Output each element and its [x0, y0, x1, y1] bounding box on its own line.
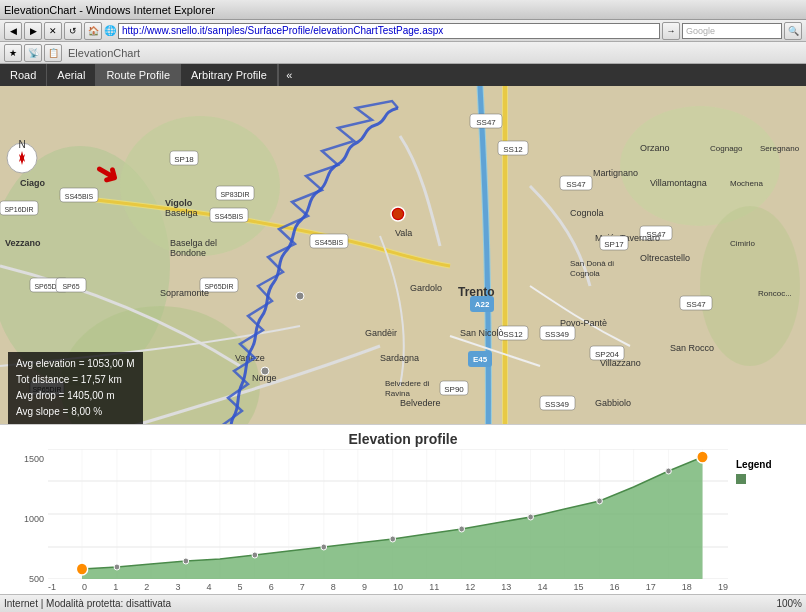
svg-text:Martignano: Martignano [593, 168, 638, 178]
go-button[interactable]: → [662, 22, 680, 40]
svg-point-100 [393, 209, 403, 219]
svg-text:SS47: SS47 [476, 118, 496, 127]
x-label: 12 [465, 582, 475, 592]
search-bar[interactable]: Google [682, 23, 782, 39]
svg-text:SP18: SP18 [174, 155, 194, 164]
svg-point-142 [697, 451, 708, 463]
svg-point-98 [296, 292, 304, 300]
svg-text:SS45BIS: SS45BIS [215, 213, 244, 220]
tab-route-profile[interactable]: Route Profile [96, 64, 181, 86]
browser-titlebar: ElevationChart - Windows Internet Explor… [0, 0, 806, 20]
x-label: 7 [300, 582, 305, 592]
svg-text:SS45BIS: SS45BIS [315, 239, 344, 246]
svg-text:Vezzano: Vezzano [5, 238, 41, 248]
status-text: Internet | Modalità protetta: disattivat… [4, 598, 776, 609]
tot-distance-stat: Tot distance = 17,57 km [16, 372, 135, 388]
svg-text:Vigolo: Vigolo [165, 198, 193, 208]
elevation-title: Elevation profile [0, 425, 806, 449]
svg-text:San Nicolò: San Nicolò [460, 328, 504, 338]
svg-text:SP65: SP65 [62, 283, 79, 290]
elevation-logo: ElevationChart [68, 47, 140, 59]
tab-arbitrary-profile[interactable]: Arbitrary Profile [181, 64, 278, 86]
x-label: 2 [144, 582, 149, 592]
history-button[interactable]: 📋 [44, 44, 62, 62]
chart-area: -1 0 1 2 3 4 5 6 7 8 9 10 11 12 13 14 15… [48, 449, 728, 599]
y-label-1000: 1000 [24, 514, 44, 524]
svg-text:Baselga del: Baselga del [170, 238, 217, 248]
x-label: 18 [682, 582, 692, 592]
svg-text:Gandèir: Gandèir [365, 328, 397, 338]
refresh-button[interactable]: ↺ [64, 22, 82, 40]
x-label: 14 [537, 582, 547, 592]
x-label: 1 [113, 582, 118, 592]
browser-title: ElevationChart - Windows Internet Explor… [4, 4, 215, 16]
avg-slope-stat: Avg slope = 8,00 % [16, 404, 135, 420]
svg-text:Belvedere: Belvedere [400, 398, 441, 408]
svg-text:San Rocco: San Rocco [670, 343, 714, 353]
svg-text:Roncoc...: Roncoc... [758, 289, 792, 298]
home-button[interactable]: 🏠 [84, 22, 102, 40]
svg-text:Oltrecastello: Oltrecastello [640, 253, 690, 263]
tabs-more-button[interactable]: « [278, 64, 300, 86]
elevation-panel: Elevation profile 1500 1000 500 [0, 424, 806, 612]
svg-point-134 [252, 552, 258, 558]
forward-button[interactable]: ▶ [24, 22, 42, 40]
address-bar[interactable]: http://www.snello.it/samples/SurfaceProf… [118, 23, 660, 39]
x-label: -1 [48, 582, 56, 592]
tab-aerial[interactable]: Aerial [47, 64, 96, 86]
x-label: 11 [429, 582, 439, 592]
legend-title: Legend [736, 459, 798, 470]
svg-point-141 [76, 563, 87, 575]
address-text: http://www.snello.it/samples/SurfaceProf… [122, 25, 443, 36]
svg-text:Sopramonte: Sopramonte [160, 288, 209, 298]
x-label: 13 [501, 582, 511, 592]
svg-point-2 [120, 116, 280, 256]
browser-toolbar: ◀ ▶ ✕ ↺ 🏠 🌐 http://www.snello.it/samples… [0, 20, 806, 42]
svg-point-140 [666, 468, 672, 474]
legend-item-elevation [736, 474, 798, 484]
y-label-1500: 1500 [24, 454, 44, 464]
y-axis-labels: 1500 1000 500 [8, 449, 48, 599]
x-label: 5 [238, 582, 243, 592]
legend: Legend [728, 449, 798, 599]
x-label: 8 [331, 582, 336, 592]
svg-text:N: N [18, 139, 25, 150]
svg-text:Ravina: Ravina [385, 389, 410, 398]
x-label: 10 [393, 582, 403, 592]
svg-text:Ciago: Ciago [20, 178, 46, 188]
search-button[interactable]: 🔍 [784, 22, 802, 40]
svg-point-5 [700, 206, 800, 366]
feeds-button[interactable]: 📡 [24, 44, 42, 62]
x-label: 19 [718, 582, 728, 592]
back-button[interactable]: ◀ [4, 22, 22, 40]
svg-text:SP16DIR: SP16DIR [4, 206, 33, 213]
svg-point-136 [390, 536, 396, 542]
stop-button[interactable]: ✕ [44, 22, 62, 40]
svg-text:Trento: Trento [458, 285, 495, 299]
x-label: 0 [82, 582, 87, 592]
svg-text:Cognago: Cognago [710, 144, 743, 153]
svg-point-138 [528, 514, 534, 520]
svg-point-135 [321, 544, 327, 550]
svg-text:SS47: SS47 [566, 180, 586, 189]
svg-text:SS12: SS12 [503, 145, 523, 154]
status-bar: Internet | Modalità protetta: disattivat… [0, 594, 806, 612]
x-axis-labels: -1 0 1 2 3 4 5 6 7 8 9 10 11 12 13 14 15… [48, 582, 728, 592]
stats-box: Avg elevation = 1053,00 M Tot distance =… [8, 352, 143, 424]
svg-text:Gardolo: Gardolo [410, 283, 442, 293]
svg-point-99 [261, 367, 269, 375]
x-label: 4 [206, 582, 211, 592]
svg-text:SS45BIS: SS45BIS [65, 193, 94, 200]
svg-text:SP90: SP90 [444, 385, 464, 394]
svg-text:Gabbiolo: Gabbiolo [595, 398, 631, 408]
svg-text:San Donà di: San Donà di [570, 259, 614, 268]
status-right: 100% [776, 598, 802, 609]
tab-road[interactable]: Road [0, 64, 47, 86]
address-icon: 🌐 [104, 25, 116, 36]
favorites-button[interactable]: ★ [4, 44, 22, 62]
svg-text:Seregnano: Seregnano [760, 144, 800, 153]
svg-text:E45: E45 [473, 355, 488, 364]
svg-text:Vala: Vala [395, 228, 412, 238]
svg-text:SS47: SS47 [686, 300, 706, 309]
svg-text:Villazzano: Villazzano [600, 358, 641, 368]
